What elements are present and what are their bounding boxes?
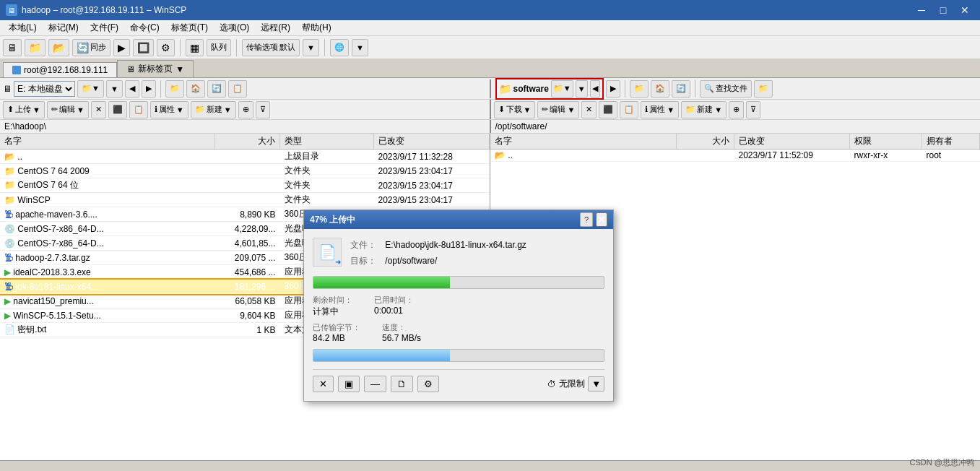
sync-button[interactable]: 🔄 同步	[72, 39, 110, 56]
right-edit-icon: ✏	[542, 105, 548, 114]
left-nav-btn4[interactable]: 📋	[228, 80, 247, 98]
pause-btn[interactable]: —	[364, 376, 386, 392]
right-nav-btn4[interactable]: 🔄	[672, 80, 690, 98]
file-size: 4,228,09...	[215, 222, 280, 236]
right-edit-button[interactable]: ✏ 编辑▼	[537, 101, 579, 118]
left-path: E:\hadoop\	[4, 121, 46, 131]
right-path: /opt/software/	[495, 121, 547, 131]
left-delete-button[interactable]: ✕	[91, 101, 106, 118]
stat-elapsed: 已用时间： 0:00:01	[374, 295, 414, 318]
r-file-modified: 2023/9/17 11:52:09	[734, 150, 850, 162]
right-btn5[interactable]: ⊽	[746, 101, 760, 118]
r-col-owner[interactable]: 拥有者	[922, 134, 980, 150]
upload-button[interactable]: ⬆ 上传▼	[3, 101, 45, 118]
right-table-row[interactable]: 📂 .. 2023/9/17 11:52:09 rwxr-xr-x root	[490, 150, 980, 162]
right-nav-btn2[interactable]: 📁	[630, 80, 649, 98]
left-table-row[interactable]: 📁 CentOS 7 64 位 文件夹 2023/9/15 23:04:17	[0, 178, 490, 193]
left-nav-btn3[interactable]: 🔄	[207, 80, 226, 98]
toolbar-btn-6[interactable]: ⚙	[157, 39, 175, 56]
tab-new[interactable]: 🖥 新标签页 ▼	[117, 60, 194, 77]
upload-label: 上传	[15, 104, 31, 115]
left-table-row[interactable]: 📁 CentOS 7 64 2009 文件夹 2023/9/15 23:04:1…	[0, 164, 490, 178]
right-nav-btn5[interactable]: 📁	[754, 80, 773, 98]
file-modified: 2023/9/15 23:04:17	[374, 193, 490, 207]
menu-help[interactable]: 帮助(H)	[296, 20, 337, 35]
left-btn2[interactable]: ⬛	[108, 101, 127, 118]
cancel-transfer-btn[interactable]: ✕	[313, 376, 334, 392]
menu-options[interactable]: 选项(O)	[214, 20, 255, 35]
r-col-permissions[interactable]: 权限	[850, 134, 922, 150]
toolbar-btn-2[interactable]: 📁	[25, 39, 45, 56]
left-btn3[interactable]: 📋	[129, 101, 148, 118]
r-col-name[interactable]: 名字	[490, 134, 677, 150]
maximize-button[interactable]: □	[934, 3, 953, 17]
menu-command[interactable]: 命令(C)	[124, 20, 165, 35]
left-table-row[interactable]: 📁 WinSCP 文件夹 2023/9/15 23:04:17	[0, 193, 490, 207]
separator-3	[324, 39, 325, 56]
menu-mark[interactable]: 标记(M)	[43, 20, 84, 35]
pause-file-btn[interactable]: ▣	[338, 376, 360, 392]
col-name[interactable]: 名字	[0, 134, 215, 150]
close-button[interactable]: ✕	[955, 3, 974, 17]
dialog-help-btn[interactable]: ?	[580, 212, 593, 227]
left-btn5[interactable]: ⊽	[256, 101, 270, 118]
transfer-options-button[interactable]: 传输选项 默认	[242, 39, 300, 56]
right-file-table: 名字 大小 已改变 权限 拥有者 📂 .. 2023/9/17 11:52:09…	[490, 134, 980, 162]
target-value: /opt/software/	[385, 256, 437, 266]
queue-button[interactable]: 队列	[207, 39, 231, 56]
download-icon: ⬇	[498, 105, 505, 114]
left-nav-btn1[interactable]: 📁	[165, 80, 184, 98]
toolbar-dropdown[interactable]: ▼	[303, 39, 319, 56]
copy-btn[interactable]: 🗋	[391, 376, 413, 392]
right-folder-btn[interactable]: 📁▼	[551, 80, 573, 98]
right-btn2[interactable]: ⬛	[599, 101, 617, 118]
drive-select[interactable]: E: 本地磁盘	[14, 81, 75, 97]
left-btn4[interactable]: ⊕	[238, 101, 253, 118]
file-name: 📁 CentOS 7 64 2009	[0, 164, 215, 178]
right-new-button[interactable]: 📁 新建▼	[681, 101, 727, 118]
left-nav-btn2[interactable]: 🏠	[186, 80, 205, 98]
menu-remote[interactable]: 远程(R)	[255, 20, 296, 35]
left-back-btn[interactable]: ◀	[125, 80, 139, 98]
speed-label: 速度：	[382, 322, 421, 333]
left-new-button[interactable]: 📁 新建▼	[191, 101, 236, 118]
col-size[interactable]: 大小	[215, 134, 280, 150]
toolbar-btn-5[interactable]: 🔲	[133, 39, 154, 56]
toolbar-btn-3[interactable]: 📂	[48, 39, 69, 56]
menu-file[interactable]: 文件(F)	[84, 20, 124, 35]
toolbar-btn-7[interactable]: ▦	[186, 39, 204, 56]
toolbar-btn-globe[interactable]: 🌐	[330, 39, 349, 56]
toolbar-btn-1[interactable]: 🖥	[3, 39, 22, 56]
menu-local[interactable]: 本地(L)	[3, 20, 43, 35]
right-nav-btn3[interactable]: 🏠	[651, 80, 669, 98]
r-col-size[interactable]: 大小	[677, 134, 734, 150]
left-properties-button[interactable]: ℹ 属性▼	[150, 101, 188, 118]
right-btn3[interactable]: 📋	[620, 101, 638, 118]
menu-tab[interactable]: 标签页(T)	[165, 20, 214, 35]
find-files-btn[interactable]: 🔍 查找文件	[700, 80, 752, 98]
left-table-row[interactable]: 📂 .. 上级目录 2023/9/17 11:32:28	[0, 150, 490, 164]
toolbar-btn-4[interactable]: ▶	[113, 39, 130, 56]
right-delete-button[interactable]: ✕	[581, 101, 597, 118]
left-filter-btn[interactable]: ▼	[106, 80, 123, 98]
cmd-icon: 🔲	[137, 42, 149, 53]
download-button[interactable]: ⬇ 下载▼	[494, 101, 536, 118]
right-btn4[interactable]: ⊕	[729, 101, 744, 118]
settings-btn[interactable]: ⚙	[417, 376, 439, 392]
tab-server[interactable]: root@192.168.19.111	[3, 62, 117, 77]
right-back-btn[interactable]: ◀	[590, 80, 600, 98]
col-type[interactable]: 类型	[280, 134, 374, 150]
speed-dropdown-btn[interactable]: ▼	[588, 376, 604, 392]
right-properties-button[interactable]: ℹ 属性▼	[641, 101, 679, 118]
right-filter-btn[interactable]: ▼	[576, 80, 588, 98]
toolbar-btn-globe2[interactable]: ▼	[352, 39, 368, 56]
right-nav-btn1[interactable]: ▶	[606, 80, 620, 98]
minimize-button[interactable]: ─	[912, 3, 931, 17]
col-modified[interactable]: 已改变	[374, 134, 490, 150]
left-folder-btn[interactable]: 📁▼	[77, 80, 104, 98]
left-forward-btn[interactable]: ▶	[142, 80, 156, 98]
dialog-close-btn[interactable]: ✕	[596, 212, 607, 227]
target-label: 目标：	[350, 254, 383, 269]
r-col-modified[interactable]: 已改变	[734, 134, 850, 150]
left-edit-button[interactable]: ✏ 编辑▼	[47, 101, 89, 118]
